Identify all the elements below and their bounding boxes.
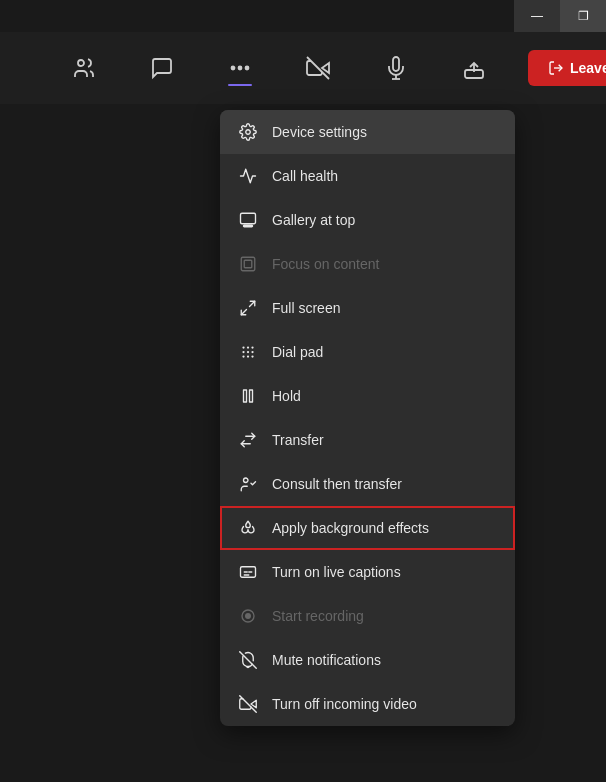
leave-button[interactable]: Leave bbox=[528, 50, 606, 86]
menu-item-hold[interactable]: Hold bbox=[220, 374, 515, 418]
mic-icon bbox=[384, 56, 408, 80]
svg-point-1 bbox=[232, 67, 235, 70]
bell-off-icon bbox=[238, 650, 258, 670]
svg-marker-4 bbox=[322, 63, 329, 73]
video-off-icon bbox=[306, 56, 330, 80]
menu-label-full-screen: Full screen bbox=[272, 300, 340, 316]
menu-item-mute-notifications[interactable]: Mute notifications bbox=[220, 638, 515, 682]
menu-label-device-settings: Device settings bbox=[272, 124, 367, 140]
svg-point-22 bbox=[247, 351, 249, 353]
svg-line-17 bbox=[241, 310, 246, 315]
background-icon bbox=[238, 518, 258, 538]
toolbar-share[interactable] bbox=[450, 48, 498, 88]
svg-rect-15 bbox=[244, 260, 252, 268]
svg-point-0 bbox=[78, 60, 84, 66]
menu-item-gallery-top[interactable]: Gallery at top bbox=[220, 198, 515, 242]
svg-point-29 bbox=[244, 478, 249, 483]
svg-point-23 bbox=[251, 351, 253, 353]
toolbar-video[interactable] bbox=[294, 48, 342, 88]
svg-point-32 bbox=[245, 613, 251, 619]
svg-rect-14 bbox=[241, 257, 255, 271]
menu-item-transfer[interactable]: Transfer bbox=[220, 418, 515, 462]
share-icon bbox=[462, 56, 486, 80]
toolbar-chat[interactable] bbox=[138, 48, 186, 88]
leave-icon bbox=[548, 60, 564, 76]
svg-point-26 bbox=[251, 355, 253, 357]
minimize-button[interactable]: — bbox=[514, 0, 560, 32]
menu-label-focus-content: Focus on content bbox=[272, 256, 379, 272]
svg-rect-13 bbox=[244, 225, 253, 227]
menu-label-incoming-video: Turn off incoming video bbox=[272, 696, 417, 712]
hold-icon bbox=[238, 386, 258, 406]
menu-label-start-recording: Start recording bbox=[272, 608, 364, 624]
people-icon bbox=[72, 56, 96, 80]
menu-item-focus-content: Focus on content bbox=[220, 242, 515, 286]
svg-marker-34 bbox=[251, 700, 256, 708]
menu-label-gallery-top: Gallery at top bbox=[272, 212, 355, 228]
svg-point-18 bbox=[242, 346, 244, 348]
pulse-icon bbox=[238, 166, 258, 186]
toolbar: Leave bbox=[0, 32, 606, 104]
menu-label-mute-notifications: Mute notifications bbox=[272, 652, 381, 668]
svg-point-19 bbox=[247, 346, 249, 348]
menu-label-hold: Hold bbox=[272, 388, 301, 404]
toolbar-people[interactable] bbox=[60, 48, 108, 88]
svg-point-2 bbox=[239, 67, 242, 70]
menu-label-call-health: Call health bbox=[272, 168, 338, 184]
menu-item-background-effects[interactable]: Apply background effects bbox=[220, 506, 515, 550]
consult-icon bbox=[238, 474, 258, 494]
svg-rect-27 bbox=[244, 390, 247, 402]
transfer-icon bbox=[238, 430, 258, 450]
menu-label-consult-transfer: Consult then transfer bbox=[272, 476, 402, 492]
menu-label-background-effects: Apply background effects bbox=[272, 520, 429, 536]
focus-icon bbox=[238, 254, 258, 274]
menu-item-start-recording: Start recording bbox=[220, 594, 515, 638]
menu-item-incoming-video[interactable]: Turn off incoming video bbox=[220, 682, 515, 726]
menu-item-full-screen[interactable]: Full screen bbox=[220, 286, 515, 330]
menu-item-call-health[interactable]: Call health bbox=[220, 154, 515, 198]
menu-label-transfer: Transfer bbox=[272, 432, 324, 448]
fullscreen-icon bbox=[238, 298, 258, 318]
video-off-menu-icon bbox=[238, 694, 258, 714]
maximize-button[interactable]: ❐ bbox=[560, 0, 606, 32]
svg-point-20 bbox=[251, 346, 253, 348]
svg-line-16 bbox=[250, 301, 255, 306]
svg-point-3 bbox=[246, 67, 249, 70]
record-icon bbox=[238, 606, 258, 626]
toolbar-mic[interactable] bbox=[372, 48, 420, 88]
svg-rect-28 bbox=[250, 390, 253, 402]
menu-label-live-captions: Turn on live captions bbox=[272, 564, 401, 580]
dialpad-icon bbox=[238, 342, 258, 362]
svg-point-24 bbox=[242, 355, 244, 357]
cc-icon bbox=[238, 562, 258, 582]
menu-label-dial-pad: Dial pad bbox=[272, 344, 323, 360]
svg-point-11 bbox=[246, 130, 251, 135]
menu-item-device-settings[interactable]: Device settings bbox=[220, 110, 515, 154]
title-bar: — ❐ bbox=[514, 0, 606, 32]
chat-icon bbox=[150, 56, 174, 80]
toolbar-more[interactable] bbox=[216, 48, 264, 88]
svg-rect-12 bbox=[241, 213, 256, 224]
svg-point-25 bbox=[247, 355, 249, 357]
menu-item-live-captions[interactable]: Turn on live captions bbox=[220, 550, 515, 594]
gallery-icon bbox=[238, 210, 258, 230]
dropdown-menu: Device settings Call health Gallery at t… bbox=[220, 110, 515, 726]
menu-item-consult-transfer[interactable]: Consult then transfer bbox=[220, 462, 515, 506]
more-icon bbox=[228, 56, 252, 80]
menu-item-dial-pad[interactable]: Dial pad bbox=[220, 330, 515, 374]
gear-icon bbox=[238, 122, 258, 142]
svg-point-21 bbox=[242, 351, 244, 353]
